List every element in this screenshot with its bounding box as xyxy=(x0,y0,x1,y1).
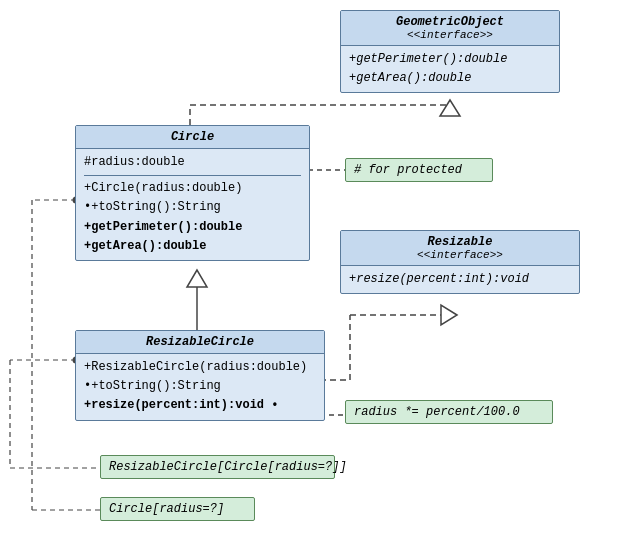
geometric-object-method-2: +getArea():double xyxy=(349,69,551,88)
resizable-circle-box: ResizableCircle +ResizableCircle(radius:… xyxy=(75,330,325,421)
geometric-object-title: GeometricObject <<interface>> xyxy=(341,11,559,46)
resizable-name: Resizable xyxy=(349,235,571,249)
radius-note-text: radius *= percent/100.0 xyxy=(354,405,520,419)
circle-method-area: +getArea():double xyxy=(84,237,301,256)
protected-note: # for protected xyxy=(345,158,493,182)
svg-marker-5 xyxy=(187,270,207,287)
rc-method-resize: +resize(percent:int):void • xyxy=(84,396,316,415)
svg-marker-3 xyxy=(440,100,460,116)
resizable-stereotype: <<interface>> xyxy=(349,249,571,261)
circle-field-radius: #radius:double xyxy=(84,153,301,172)
geometric-object-stereotype: <<interface>> xyxy=(349,29,551,41)
resizable-body: +resize(percent:int):void xyxy=(341,266,579,293)
resizable-box: Resizable <<interface>> +resize(percent:… xyxy=(340,230,580,294)
geometric-object-name: GeometricObject xyxy=(349,15,551,29)
circle-body: #radius:double +Circle(radius:double) •+… xyxy=(76,149,309,260)
circle-title: Circle xyxy=(76,126,309,149)
svg-marker-9 xyxy=(441,305,457,325)
rc-method-constructor: +ResizableCircle(radius:double) xyxy=(84,358,316,377)
uml-diagram: GeometricObject <<interface>> +getPerime… xyxy=(0,0,619,538)
resizable-circle-title: ResizableCircle xyxy=(76,331,324,354)
tostring-note-1: ResizableCircle[Circle[radius=?]] xyxy=(100,455,335,479)
geometric-object-box: GeometricObject <<interface>> +getPerime… xyxy=(340,10,560,93)
circle-method-tostring: •+toString():String xyxy=(84,198,301,217)
rc-method-tostring: •+toString():String xyxy=(84,377,316,396)
circle-box: Circle #radius:double +Circle(radius:dou… xyxy=(75,125,310,261)
circle-method-perimeter: +getPerimeter():double xyxy=(84,218,301,237)
resizable-title: Resizable <<interface>> xyxy=(341,231,579,266)
resizable-method: +resize(percent:int):void xyxy=(349,270,571,289)
protected-note-text: # for protected xyxy=(354,163,462,177)
tostring-note-2: Circle[radius=?] xyxy=(100,497,255,521)
resizable-circle-name: ResizableCircle xyxy=(84,335,316,349)
circle-method-constructor: +Circle(radius:double) xyxy=(84,179,301,198)
geometric-object-body: +getPerimeter():double +getArea():double xyxy=(341,46,559,92)
geometric-object-method-1: +getPerimeter():double xyxy=(349,50,551,69)
radius-note: radius *= percent/100.0 xyxy=(345,400,553,424)
circle-name: Circle xyxy=(84,130,301,144)
resizable-circle-body: +ResizableCircle(radius:double) •+toStri… xyxy=(76,354,324,420)
tostring-note-2-text: Circle[radius=?] xyxy=(109,502,224,516)
tostring-note-1-text: ResizableCircle[Circle[radius=?]] xyxy=(109,460,347,474)
